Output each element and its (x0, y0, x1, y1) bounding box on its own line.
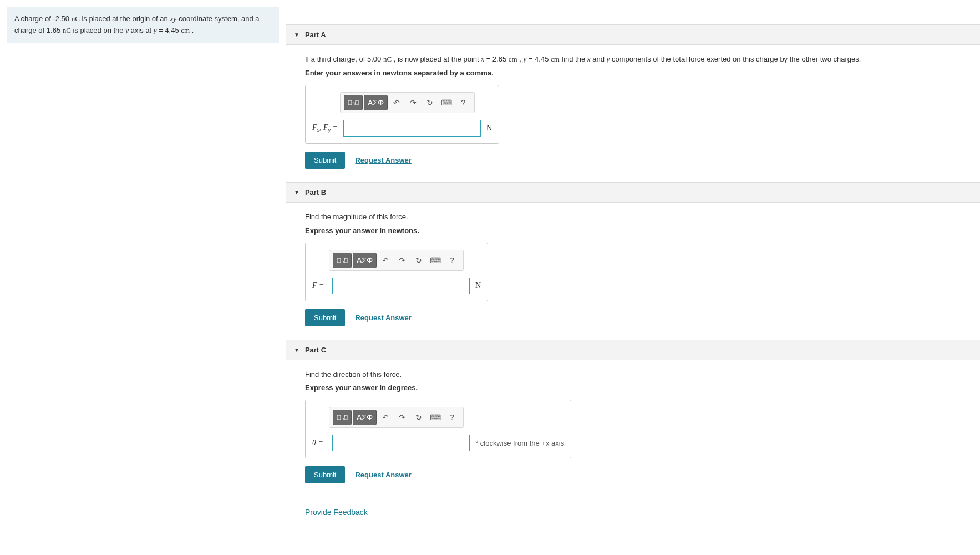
keyboard-button[interactable]: ⌨ (439, 95, 454, 110)
part-b-request-answer-link[interactable]: Request Answer (355, 314, 411, 322)
reset-button[interactable]: ↻ (411, 253, 426, 268)
part-b-answer-box: √ ΑΣΦ ↶ ↷ ↻ ⌨ ? F = N (305, 243, 488, 301)
redo-button[interactable]: ↷ (394, 410, 410, 425)
problem-text: A charge of -2.50 (14, 14, 72, 23)
redo-button[interactable]: ↷ (405, 95, 421, 110)
undo-button[interactable]: ↶ (378, 253, 393, 268)
part-a-unit: N (486, 124, 492, 133)
part-b-instruction: Express your answer in newtons. (305, 226, 971, 235)
part-b-question: Find the magnitude of this force. (305, 211, 971, 223)
part-c-question: Find the direction of this force. (305, 369, 971, 381)
equation-toolbar: √ ΑΣΦ ↶ ↷ ↻ ⌨ ? (329, 407, 464, 428)
part-c-header[interactable]: ▼ Part C (286, 340, 980, 360)
redo-button[interactable]: ↷ (394, 253, 410, 268)
part-c-var-label: θ = (312, 438, 327, 447)
part-c-submit-button[interactable]: Submit (305, 466, 345, 483)
part-a-header[interactable]: ▼ Part A (286, 24, 980, 45)
part-b-header[interactable]: ▼ Part B (286, 182, 980, 203)
part-c-instruction: Express your answer in degrees. (305, 384, 971, 392)
part-a-title: Part A (305, 31, 326, 39)
keyboard-button[interactable]: ⌨ (428, 410, 443, 425)
equation-toolbar: √ ΑΣΦ ↶ ↷ ↻ ⌨ ? (329, 250, 464, 271)
part-a: ▼ Part A If a third charge, of 5.00 nC ,… (286, 24, 980, 182)
collapse-icon: ▼ (294, 189, 299, 195)
part-b: ▼ Part B Find the magnitude of this forc… (286, 182, 980, 340)
part-a-submit-button[interactable]: Submit (305, 152, 345, 169)
part-b-title: Part B (305, 188, 326, 196)
part-c-unit-suffix: ° clockwise from the +x axis (475, 439, 564, 447)
collapse-icon: ▼ (294, 347, 299, 353)
unit-nc: nC (72, 14, 80, 23)
svg-rect-6 (337, 415, 341, 420)
part-c-input[interactable] (332, 435, 470, 451)
template-button[interactable]: √ (333, 410, 352, 425)
greek-button[interactable]: ΑΣΦ (353, 410, 377, 425)
part-b-var-label: F = (312, 281, 327, 290)
help-button[interactable]: ? (444, 253, 460, 268)
problem-statement: A charge of -2.50 nC is placed at the or… (7, 7, 279, 43)
part-a-question: If a third charge, of 5.00 nC , is now p… (305, 54, 971, 65)
answer-area: ▼ Part A If a third charge, of 5.00 nC ,… (286, 0, 980, 555)
keyboard-button[interactable]: ⌨ (428, 253, 443, 268)
part-c: ▼ Part C Find the direction of this forc… (286, 340, 980, 497)
part-b-input[interactable] (332, 278, 470, 294)
equation-toolbar: √ ΑΣΦ ↶ ↷ ↻ ⌨ ? (340, 92, 475, 113)
part-c-title: Part C (305, 346, 326, 354)
part-a-request-answer-link[interactable]: Request Answer (355, 156, 411, 164)
problem-sidebar: A charge of -2.50 nC is placed at the or… (0, 0, 286, 555)
svg-rect-0 (348, 100, 352, 105)
help-button[interactable]: ? (444, 410, 460, 425)
undo-button[interactable]: ↶ (378, 410, 393, 425)
help-button[interactable]: ? (455, 95, 471, 110)
template-button[interactable]: √ (344, 95, 363, 110)
undo-button[interactable]: ↶ (389, 95, 404, 110)
part-c-request-answer-link[interactable]: Request Answer (355, 471, 411, 479)
template-button[interactable]: √ (333, 253, 352, 268)
provide-feedback-link[interactable]: Provide Feedback (286, 497, 980, 517)
part-c-answer-box: √ ΑΣΦ ↶ ↷ ↻ ⌨ ? θ = ° clockwise from the… (305, 400, 571, 458)
part-a-instruction: Enter your answers in newtons separated … (305, 69, 971, 77)
part-b-unit: N (475, 281, 481, 290)
reset-button[interactable]: ↻ (411, 410, 426, 425)
part-a-var-label: Fx, Fy = (312, 123, 338, 133)
svg-rect-3 (337, 258, 341, 263)
reset-button[interactable]: ↻ (422, 95, 438, 110)
part-a-answer-box: √ ΑΣΦ ↶ ↷ ↻ ⌨ ? Fx, Fy = N (305, 85, 499, 144)
greek-button[interactable]: ΑΣΦ (353, 253, 377, 268)
greek-button[interactable]: ΑΣΦ (364, 95, 388, 110)
part-a-input[interactable] (343, 120, 481, 137)
part-b-submit-button[interactable]: Submit (305, 309, 345, 326)
collapse-icon: ▼ (294, 32, 299, 38)
